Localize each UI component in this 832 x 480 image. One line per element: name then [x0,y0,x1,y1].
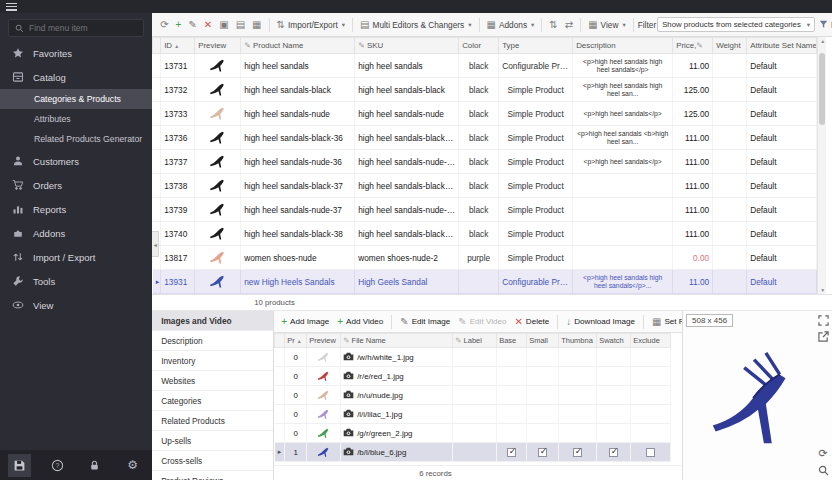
header-pr[interactable]: Pr ▲ [285,334,307,348]
header-type[interactable]: Type [499,38,573,54]
edit-video-button[interactable]: ✎Edit Video [455,315,509,329]
sidebar-item-reports[interactable]: Reports [0,197,152,221]
swatch-checkbox[interactable] [609,448,618,457]
header-preview[interactable]: Preview [195,38,241,54]
fullscreen-icon[interactable] [816,313,830,327]
refresh-button[interactable]: ⟳ [157,18,171,32]
header-id[interactable]: ID ▲ [161,38,195,54]
cell-swatch[interactable] [597,443,631,462]
import-export-menu[interactable]: ⇅Import/Export▾ [274,18,348,32]
sidebar-item-tools[interactable]: Tools [0,269,152,293]
cell-thumbnail[interactable] [559,348,597,367]
sidebar-item-view[interactable]: View [0,293,152,317]
media-row[interactable]: 0 /w/h/white_1.jpg [275,348,671,367]
header-preview[interactable]: Preview [307,334,341,348]
cell-exclude[interactable] [631,348,671,367]
swap-button[interactable]: ⇄ [562,18,576,32]
detail-tab[interactable]: Related Products [152,411,273,431]
cell-exclude[interactable] [631,443,671,462]
sidebar-item-attributes[interactable]: Attributes [0,109,152,129]
header-thumbnail[interactable]: Thumbna [559,334,597,348]
cell-base[interactable] [497,405,527,424]
exclude-checkbox[interactable] [646,448,655,457]
thumbnail-checkbox[interactable] [573,448,582,457]
download-image-button[interactable]: ↓Download Image [563,315,638,329]
media-row[interactable]: 0 /g/r/green_2.jpg [275,424,671,443]
product-row[interactable]: 13739 high heel sandals-nude-37 high hee… [153,198,817,222]
sidebar-item-addons[interactable]: Addons [0,221,152,245]
sort-button[interactable]: ⇅ [546,18,560,32]
cell-small[interactable] [527,443,559,462]
cell-small[interactable] [527,348,559,367]
add-video-button[interactable]: +Add Video [334,315,386,329]
detail-tab[interactable]: Up-sells [152,431,273,451]
sidebar-item-related-products-generator[interactable]: Related Products Generator [0,129,152,149]
gear-icon[interactable]: ⚙ [121,454,144,477]
scrollbar-thumb[interactable] [819,53,825,125]
cell-exclude[interactable] [631,405,671,424]
delete-image-button[interactable]: ✕Delete [511,315,552,329]
cell-small[interactable] [527,367,559,386]
cell-small[interactable] [527,405,559,424]
view-menu[interactable]: ▦View▾ [585,18,629,32]
cell-small[interactable] [527,386,559,405]
cell-base[interactable] [497,386,527,405]
vertical-scrollbar[interactable]: ▲ ▼ [817,37,826,294]
header-sku[interactable]: ✎ SKU [355,38,459,54]
search-input[interactable] [29,23,137,33]
sidebar-item-import-export[interactable]: Import / Export [0,245,152,269]
product-row[interactable]: 13740 high heel sandals-black-38 high he… [153,222,817,246]
detail-tab[interactable]: Websites [152,371,273,391]
media-row[interactable]: ▸ 1 /b/l/blue_6.jpg [275,443,671,462]
help-icon[interactable]: ? [46,454,69,477]
cell-swatch[interactable] [597,367,631,386]
media-row[interactable]: 0 /r/e/red_1.jpg [275,367,671,386]
collapse-panel-handle[interactable]: ◂ [152,231,159,257]
sidebar-item-favorites[interactable]: Favorites [0,41,152,65]
header-file-name[interactable]: ✎ File Name [341,334,453,348]
product-image-preview[interactable] [691,325,824,474]
product-row[interactable]: 13738 high heel sandals-black-37 high he… [153,174,817,198]
lock-icon[interactable] [83,454,106,477]
sidebar-search[interactable] [8,19,144,37]
cell-thumbnail[interactable] [559,424,597,443]
addons-menu[interactable]: ▦Addons▾ [484,18,538,32]
grid-options-button[interactable]: ▦ [249,18,264,32]
product-row[interactable]: 13732 high heel sandals-black high heel … [153,78,817,102]
product-row[interactable]: ▸ 13931 new High Heels Sandals High Geel… [153,270,817,294]
detail-tab[interactable]: Cross-sells [152,451,273,471]
add-image-button[interactable]: +Add Image [278,315,332,329]
cell-small[interactable] [527,424,559,443]
header-small[interactable]: Small [527,334,559,348]
scroll-down-arrow[interactable]: ▼ [818,287,827,293]
copy-button[interactable]: ▣ [216,18,231,32]
save-icon[interactable] [8,454,31,477]
header-description[interactable]: Description [573,38,673,54]
filter-dropdown[interactable]: Show products from selected categories▾ [657,17,815,32]
base-checkbox[interactable] [507,448,516,457]
open-external-icon[interactable] [816,329,830,343]
small-checkbox[interactable] [538,448,547,457]
sidebar-item-customers[interactable]: Customers [0,149,152,173]
detail-tab[interactable]: Categories [152,391,273,411]
set-resize-rule-button[interactable]: ▦Set Resize Rule▾ [649,315,682,329]
product-row[interactable]: 13733 high heel sandals-nude high heel s… [153,102,817,126]
edit-product-button[interactable]: ✎ [185,18,199,32]
cell-swatch[interactable] [597,424,631,443]
media-row[interactable]: 0 /n/u/nude.jpg [275,386,671,405]
cell-base[interactable] [497,424,527,443]
filters-button[interactable]: Filters▾ [816,18,832,32]
header-weight[interactable]: Weight [713,38,747,54]
product-row[interactable]: 13817 women shoes-nude women shoes-nude-… [153,246,817,270]
delete-product-button[interactable]: ✕ [201,18,215,32]
sidebar-item-catalog[interactable]: Catalog [0,65,152,89]
detail-tab[interactable]: Images and Video [152,311,273,331]
sidebar-item-categories-products[interactable]: Categories & Products [0,89,152,109]
product-row[interactable]: 13736 high heel sandals-black-36 high he… [153,126,817,150]
cell-thumbnail[interactable] [559,405,597,424]
detail-tab[interactable]: Inventory [152,351,273,371]
cell-thumbnail[interactable] [559,443,597,462]
header-label[interactable]: ✎ Label [453,334,497,348]
media-row[interactable]: 0 /l/i/lilac_1.jpg [275,405,671,424]
zoom-icon[interactable] [816,463,830,477]
